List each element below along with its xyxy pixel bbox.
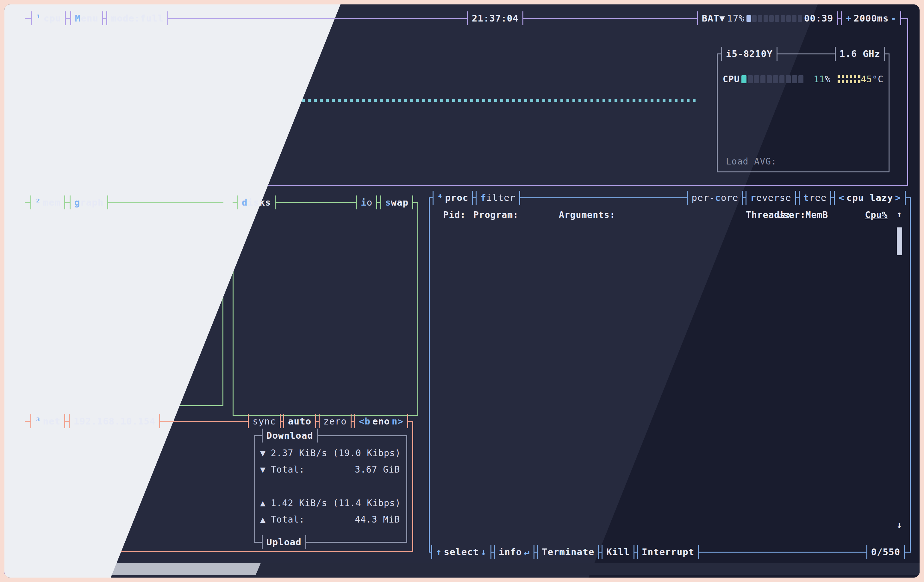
col-cpu-sort[interactable]: Cpu% [864, 210, 888, 220]
mode-selector[interactable]: mode:full [106, 12, 168, 25]
proc-interrupt-button[interactable]: Interrupt [637, 545, 699, 559]
proc-reverse-toggle[interactable]: reverse [746, 191, 796, 204]
tab-net[interactable]: ³net [30, 414, 65, 428]
mem-total-row: Total: 8.00 GiB [26, 209, 223, 223]
meter-block [748, 75, 753, 83]
sort-current: cpu lazy [846, 192, 893, 203]
meter-block [769, 15, 774, 22]
disks-io-toggle[interactable]: io [356, 196, 377, 209]
select-down-icon[interactable]: ↓ [481, 547, 486, 557]
app-root: ¹cpu Menu mode:full 21:37:04 BAT▼ 17% 00… [5, 5, 919, 577]
sort-prev-button[interactable]: < [838, 192, 844, 203]
memory-panel: ²mem graph Total: 8.00 GiB [25, 203, 223, 406]
iface-next-button[interactable]: n> [392, 416, 403, 427]
menu-button[interactable]: Menu [70, 12, 103, 25]
meter-block [786, 15, 791, 22]
meter-block [761, 75, 766, 83]
terminal-window: ¹cpu Menu mode:full 21:37:04 BAT▼ 17% 00… [5, 5, 919, 577]
rate-value: 2000ms [854, 13, 889, 24]
proc-terminate-button[interactable]: Terminate [537, 545, 599, 559]
clock: 21:37:04 [467, 12, 523, 25]
meter-block [792, 75, 797, 83]
load-average-row: Load AVG: [723, 154, 883, 168]
memory-titlebar: ²mem graph [25, 196, 223, 209]
tab-disks[interactable]: disks [237, 196, 276, 209]
meter-block [767, 75, 772, 83]
download-total-row: ▼ Total: 3.67 GiB [260, 462, 400, 476]
cpu-temperature: 45 [861, 74, 873, 84]
meter-block [746, 15, 751, 22]
meter-block [754, 75, 759, 83]
tab-mem[interactable]: ²mem [30, 196, 65, 209]
process-panel: ⁴proc filter per-core reverse tree < cpu… [429, 198, 911, 552]
app-badge: BpyTOP [5, 563, 63, 575]
proc-info-button[interactable]: info ↵ [494, 545, 535, 559]
net-auto-button[interactable]: auto [283, 414, 316, 428]
net-sync-button[interactable]: sync [248, 414, 280, 428]
net-interface-switcher[interactable]: <b eno n> [354, 414, 408, 428]
upload-titlebar: Upload [254, 535, 407, 549]
cpu-total-row: CPU 11% 45°C [723, 72, 883, 86]
download-speed-row: ▼ 2.37 KiB/s (19.0 Kibps) [260, 446, 401, 460]
upload-total-row: ▲ Total: 44.3 MiB [260, 512, 400, 527]
proc-select-control[interactable]: ↑ select ↓ [431, 545, 492, 559]
cpu-panel-titlebar: ¹cpu Menu mode:full 21:37:04 BAT▼ 17% 00… [25, 12, 908, 25]
battery-time: 00:39 [804, 13, 833, 24]
proc-selection-counter: 0/550 [866, 545, 905, 559]
col-program[interactable]: Program: [474, 210, 556, 220]
meter-block [773, 75, 778, 83]
iface-prev-button[interactable]: <b [359, 416, 371, 427]
meter-block [779, 75, 784, 83]
proc-filter-button[interactable]: filter [475, 191, 520, 204]
screenshot-stage: ¹cpu Menu mode:full 21:37:04 BAT▼ 17% 00… [0, 0, 924, 582]
cpu-stats-subpanel: i5-8210Y 1.6 GHz CPU 11% 45°C Load AVG: [717, 54, 889, 172]
sort-next-button[interactable]: > [895, 192, 901, 203]
tab-cpu[interactable]: ¹cpu [31, 12, 66, 25]
col-threads[interactable]: Threads: [746, 210, 771, 220]
mem-graph-toggle[interactable]: graph [69, 196, 108, 209]
net-ip-address: 192.168.10.154 [69, 414, 160, 428]
meter-block [792, 15, 797, 22]
process-table-header: Pid: Program: Arguments: Threads: User: … [434, 207, 888, 223]
meter-block [780, 15, 785, 22]
iface-name: eno [373, 416, 390, 427]
col-arguments[interactable]: Arguments: [559, 210, 746, 220]
meter-block [775, 15, 779, 22]
refresh-rate-control[interactable]: + 2000ms - [841, 12, 901, 25]
disks-swap-toggle[interactable]: swap [380, 196, 413, 209]
meter-block [786, 75, 791, 83]
cpu-temp-graph [838, 75, 861, 83]
proc-sort-selector[interactable]: < cpu lazy > [834, 191, 906, 204]
tab-proc[interactable]: ⁴proc [432, 191, 473, 204]
rate-increase-button[interactable]: + [846, 13, 851, 24]
sort-direction-icon[interactable]: ↑ [896, 209, 902, 219]
upload-speed-row: ▲ 1.42 KiB/s (11.4 Kibps) [260, 496, 401, 510]
cpu-usage-meter [741, 75, 804, 83]
col-pid[interactable]: Pid: [434, 210, 466, 220]
scroll-more-icon[interactable]: ↓ [896, 520, 902, 530]
meter-block [798, 15, 802, 22]
process-footer: ↑ select ↓ info ↵ Terminate Kill Interru… [429, 545, 911, 559]
upload-label: Upload [262, 535, 306, 549]
net-zero-button[interactable]: zero [318, 414, 351, 428]
cpu-frequency: 1.6 GHz [835, 47, 885, 61]
proc-scrollbar-thumb[interactable] [897, 228, 902, 255]
meter-block [741, 75, 746, 83]
network-titlebar: ³net 192.168.10.154 sync auto zero <b en… [25, 414, 413, 428]
rate-decrease-button[interactable]: - [891, 13, 896, 24]
meter-block [799, 75, 804, 83]
battery-indicator: BAT▼ 17% 00:39 [697, 12, 838, 25]
proc-kill-button[interactable]: Kill [602, 545, 634, 559]
cpu-hotkey: ¹ [36, 13, 41, 24]
status-strip-segment [47, 563, 261, 575]
net-download-graph [33, 431, 254, 490]
proc-percore-toggle[interactable]: per-core [687, 191, 743, 204]
proc-tree-toggle[interactable]: tree [799, 191, 832, 204]
col-memb[interactable]: MemB [797, 210, 828, 220]
net-upload-graph [33, 492, 254, 540]
col-user[interactable]: User: [777, 210, 797, 220]
cpu-usage-graph [31, 26, 696, 175]
download-titlebar: Download [254, 429, 407, 442]
select-up-icon[interactable]: ↑ [436, 547, 442, 557]
cpu-stats-titlebar: i5-8210Y 1.6 GHz [717, 47, 889, 61]
